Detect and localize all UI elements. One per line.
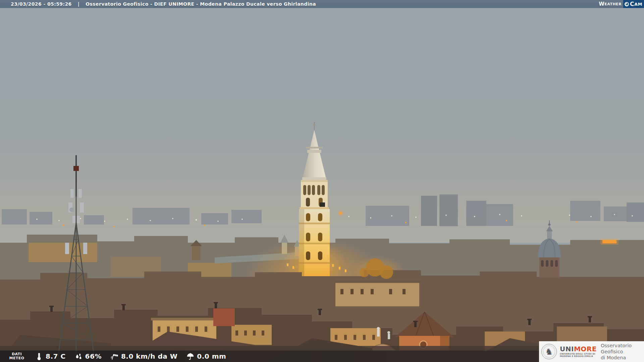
weathercam-c: C (630, 1, 634, 7)
thermometer-icon (35, 352, 43, 361)
humidity-value: 66% (85, 352, 102, 360)
precipitation-value: 0.0 mm (197, 352, 226, 360)
wind-reading: 8.0 km/h da W (110, 352, 177, 361)
modena-cityscape (0, 8, 644, 362)
observatory-name: Osservatorio Geofisico di Modena (601, 343, 644, 361)
unimore-seal-icon: ♞ (541, 344, 557, 359)
windsock-icon (110, 352, 119, 361)
weathercam-logo: WEATHER CAM (599, 0, 644, 8)
weathercam-word-weather: WEATHER (599, 0, 623, 8)
observatory-line2: di Modena (601, 355, 644, 361)
unimore-wordmark: UNIMORE UNIVERSITÀ DEGLI STUDI DI MODENA… (560, 346, 597, 358)
unimore-logo-box: ♞ UNIMORE UNIVERSITÀ DEGLI STUDI DI MODE… (539, 341, 644, 362)
wind-value: 8.0 km/h da W (121, 352, 177, 360)
camera-lens-icon (625, 2, 629, 6)
near-facades (334, 280, 421, 306)
webcam-photo (0, 8, 644, 362)
knight-glyph: ♞ (545, 347, 553, 356)
university-line2: MODENA E REGGIO EMILIA (560, 355, 597, 358)
humidity-reading: 66% (74, 352, 102, 361)
header-separator: | (78, 1, 80, 7)
weathercam-badge: CAM (623, 0, 644, 8)
brand-uni: UNI (560, 345, 574, 353)
camera-title: Osservatorio Geofisico - DIEF UNIMORE - … (86, 1, 316, 7)
dati-meteo-label: DATI METEO (7, 352, 26, 360)
weathercam-w: W (599, 1, 604, 7)
dati-label-line2: METEO (7, 356, 26, 360)
brand-more: MORE (574, 345, 597, 353)
observatory-line1: Osservatorio Geofisico (601, 343, 644, 355)
umbrella-icon (186, 352, 195, 361)
temperature-value: 8.7 C (46, 352, 66, 360)
humidity-drops-icon (74, 352, 83, 361)
weathercam-word-cam: CAM (630, 1, 642, 7)
weathercam-eather: EATHER (604, 2, 622, 6)
timestamp: 23/03/2026 - 05:59:26 (11, 1, 72, 7)
header-bar: 23/03/2026 - 05:59:26 | Osservatorio Geo… (0, 0, 644, 8)
lit-sign (600, 239, 619, 245)
precipitation-reading: 0.0 mm (186, 352, 226, 361)
temperature-reading: 8.7 C (35, 352, 66, 361)
weathercam-am: AM (634, 2, 642, 7)
webcam-page: 23/03/2026 - 05:59:26 | Osservatorio Geo… (0, 0, 644, 362)
